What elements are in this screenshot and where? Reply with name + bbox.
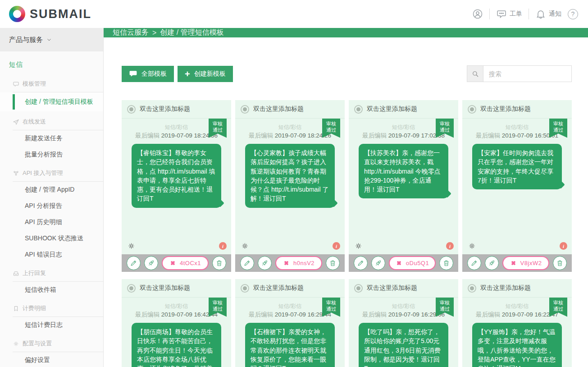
search-input[interactable] <box>483 65 572 82</box>
sidebar-item-batch-report[interactable]: 批量分析报告 <box>0 147 103 163</box>
trash-icon <box>329 259 337 267</box>
card-body-footer: i <box>462 242 572 254</box>
create-template-button[interactable]: + 创建新模板 <box>178 66 233 82</box>
sidebar-item-preferences[interactable]: 偏好设置 <box>0 352 103 367</box>
card-header: 双击这里添加标题 <box>235 100 345 119</box>
send-test-button[interactable] <box>258 256 272 270</box>
pencil-icon <box>470 259 478 267</box>
notifications-button[interactable]: 通知 <box>535 9 561 19</box>
bell-icon <box>535 9 546 19</box>
card-title[interactable]: 双击这里添加标题 <box>140 284 190 292</box>
record-icon[interactable] <box>468 284 476 293</box>
info-button[interactable]: i <box>219 242 227 250</box>
bookmark-icon <box>13 305 19 312</box>
delete-button[interactable] <box>553 256 567 270</box>
card-settings-button[interactable] <box>468 242 476 250</box>
delete-button[interactable] <box>326 256 340 270</box>
sidebar-section-uplink: 上行回复 <box>13 266 103 282</box>
sidebar-item-appid[interactable]: 创建 / 管理 AppID <box>0 182 103 198</box>
info-button[interactable]: i <box>560 242 567 250</box>
card-title[interactable]: 双击这里添加标题 <box>253 284 304 292</box>
send-test-button[interactable] <box>144 256 158 270</box>
template-id-text: h0nsV2 <box>293 260 315 266</box>
sms-bubble: 【扶苏美衣】亲，感谢您一直以来支持扶苏美衣，戳 http://t.im/subm… <box>359 144 448 198</box>
card-header: 双击这里添加标题 <box>235 279 345 298</box>
template-id-icon <box>283 260 290 266</box>
sms-bubble: 【安家】任时间匆匆流去我只在乎您，感谢您这一年对安家的支持，年终大促尽享7折！退… <box>472 144 562 189</box>
sidebar-item-sms-inbox[interactable]: 短信收件箱 <box>0 282 103 298</box>
record-icon[interactable] <box>468 105 476 114</box>
ticket-button[interactable]: 工单 <box>496 9 522 19</box>
delete-button[interactable] <box>439 256 453 270</box>
sidebar-item-new-task[interactable]: 新建发送任务 <box>0 130 103 147</box>
record-icon[interactable] <box>241 284 249 293</box>
brand-logo[interactable]: SUBMAIL <box>9 6 91 22</box>
template-id-pill[interactable]: h0nsV2 <box>275 256 322 270</box>
edit-button[interactable] <box>240 256 254 270</box>
pencil-icon <box>130 259 137 267</box>
record-icon[interactable] <box>241 105 249 114</box>
sidebar-item-api-report[interactable]: API 分析报告 <box>0 198 103 214</box>
notifications-label: 通知 <box>549 10 561 18</box>
chat-bubble-icon <box>13 81 19 87</box>
api-nodes-icon <box>13 170 19 177</box>
edit-button[interactable] <box>467 256 481 270</box>
pencil-icon <box>357 259 365 267</box>
send-test-button[interactable] <box>371 256 385 270</box>
sidebar-item-api-errors[interactable]: API 错误日志 <box>0 247 103 263</box>
template-id-pill[interactable]: V8jxW2 <box>502 256 549 270</box>
breadcrumb-separator: > <box>152 29 156 37</box>
template-card: 双击这里添加标题 审核 通过 短信/彩信 最后编辑 2019-07-09 16:… <box>235 279 345 367</box>
card-body: 审核 通过 短信/彩信 最后编辑 2019-07-09 16:22:47 【YY… <box>462 298 572 367</box>
record-icon[interactable] <box>127 284 136 293</box>
sms-bubble: 【心灵家教】孩子成绩大幅落后应如何提高？孩子进入叛逆期该如何教育？青春期为什么是… <box>245 144 335 208</box>
help-button[interactable]: ? <box>568 9 578 19</box>
edit-button[interactable] <box>127 256 141 270</box>
plus-icon: + <box>185 69 190 78</box>
sidebar-section-billing: 计费明细 <box>13 301 103 317</box>
sms-bubble: 【YY服饰】亲，您好！气温多变，注意及时增减衣服哦，八折券送给美美的您，登陆AP… <box>472 323 562 367</box>
delete-button[interactable] <box>212 256 226 270</box>
template-id-pill[interactable]: 4tOCx1 <box>162 256 209 270</box>
record-icon[interactable] <box>354 105 363 114</box>
info-button[interactable]: i <box>333 242 340 250</box>
sidebar-item-create-template[interactable]: 创建 / 管理短信项目模板 <box>0 92 103 111</box>
edit-button[interactable] <box>354 256 368 270</box>
card-title[interactable]: 双击这里添加标题 <box>140 105 190 113</box>
card-title[interactable]: 双击这里添加标题 <box>367 284 417 292</box>
card-settings-button[interactable] <box>241 242 249 250</box>
sidebar-section-template-mgmt: 模板管理 <box>13 76 103 92</box>
chat-bubble-filled-icon <box>129 69 137 78</box>
card-settings-button[interactable] <box>127 242 136 250</box>
sidebar-section-api: API 接入与管理 <box>13 165 103 182</box>
card-body-footer: i <box>235 242 345 254</box>
card-body: 审核 通过 短信/彩信 最后编辑 2019-07-09 18:24:36 【睿铂… <box>122 119 231 254</box>
search-button[interactable] <box>467 65 483 82</box>
sms-bubble: 【睿铂珠宝】尊敬的李女士，您已经符合我们会员资格，点 http://t.im/s… <box>132 144 221 208</box>
all-templates-button[interactable]: 全部模板 <box>122 66 174 82</box>
sidebar-item-billing-log[interactable]: 短信计费日志 <box>0 317 103 333</box>
card-title[interactable]: 双击这里添加标题 <box>480 284 531 292</box>
breadcrumb-root[interactable]: 短信云服务 <box>113 28 149 37</box>
card-title[interactable]: 双击这里添加标题 <box>367 105 417 113</box>
record-icon[interactable] <box>127 105 136 114</box>
divider <box>489 9 490 19</box>
sms-bubble: 【石榴裙下】亲爱的女神，不敢轻易打扰您，但是您非常喜欢的那件连衣裙明天就恢复原价… <box>245 323 335 367</box>
sidebar-group-sms: 短信 <box>0 60 103 73</box>
products-services-dropdown[interactable]: 产品与服务 <box>0 28 103 51</box>
card-title[interactable]: 双击这里添加标题 <box>253 105 304 113</box>
card-title[interactable]: 双击这里添加标题 <box>480 105 531 113</box>
sidebar-item-api-history[interactable]: API 历史明细 <box>0 214 103 230</box>
account-button[interactable] <box>472 9 483 19</box>
breadcrumb-current: 创建 / 管理短信模板 <box>160 28 223 37</box>
sidebar-item-subhook[interactable]: SUBHOOK 状态推送 <box>0 230 103 247</box>
card-body-footer: i <box>122 242 231 254</box>
info-button[interactable]: i <box>446 242 454 250</box>
template-card: 双击这里添加标题 审核 通过 短信/彩信 最后编辑 2019-07-09 16:… <box>462 279 572 367</box>
template-card: 双击这里添加标题 审核 通过 短信/彩信 最后编辑 2019-07-09 18:… <box>235 100 345 272</box>
card-settings-button[interactable] <box>354 242 363 250</box>
record-icon[interactable] <box>354 284 363 293</box>
rocket-icon <box>261 259 269 267</box>
send-test-button[interactable] <box>485 256 499 270</box>
template-id-pill[interactable]: oDu5Q1 <box>389 256 436 270</box>
